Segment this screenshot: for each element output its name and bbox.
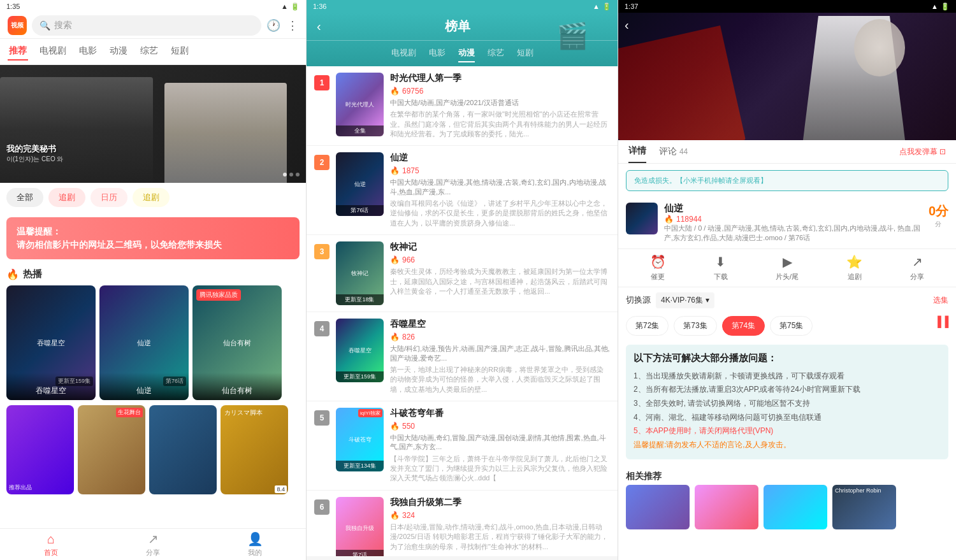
middle-nav-anime[interactable]: 动漫 (458, 45, 475, 62)
pill-calendar[interactable]: 日历 (91, 188, 127, 207)
episode-bars-icon[interactable]: ▐▐ (934, 316, 948, 336)
episode-72[interactable]: 第72集 (626, 316, 669, 336)
bottom-nav-profile[interactable]: 👤 我的 (204, 531, 306, 557)
bottom-nav-home[interactable]: ⌂ 首页 (0, 532, 102, 557)
episode-row: 第72集 第73集 第74集 第75集 ▐▐ (618, 313, 956, 338)
share-icon: ↗ (148, 531, 159, 547)
nav-tab-recommend[interactable]: 推荐 (8, 43, 28, 61)
status-bar-left: 1:35 ▲ 🔋 (0, 0, 306, 13)
rank-desc-3: 秦牧天生灵体，历经考验成为天魔教教主，被延康国封为第一位太学博士，延康国陷入国际… (390, 267, 610, 296)
middle-nav-movie[interactable]: 电影 (429, 45, 445, 62)
rank-thumb-1: 时光代理人 全集 (336, 73, 384, 136)
download-icon: ⬇ (715, 254, 726, 269)
related-row: Christopher Robin (618, 485, 956, 536)
thumb-badge-top-5: iqIYI独家 (358, 409, 382, 417)
anime-title: 仙逆 (664, 203, 922, 215)
intro-icon: ▶ (783, 254, 792, 269)
rank-number-5: 5 (314, 410, 330, 426)
flame-icon-3: 🔥 (390, 255, 400, 264)
tab-detail[interactable]: 详情 (628, 140, 646, 163)
related-card-1[interactable] (626, 485, 690, 529)
nav-tab-tv[interactable]: 电视剧 (38, 43, 68, 61)
related-card-2[interactable] (695, 485, 758, 529)
rank-heat-2: 🔥 1875 (390, 166, 610, 175)
bottom-nav-share[interactable]: ↗ 分享 (102, 531, 204, 557)
search-bar[interactable]: 🔍 搜索 (32, 15, 261, 36)
rank-info-4: 吞噬星空 🔥 826 大陆/科幻,动漫,预告片,动画,国产漫,国产,志正,战斗,… (390, 319, 610, 394)
episode-73[interactable]: 第73集 (674, 316, 716, 336)
middle-back-icon[interactable]: ‹ (317, 19, 321, 34)
notice-text: 免造成损失。【小米手机掉帧请全屏观看】 (634, 176, 767, 184)
wifi-icon: ▲ (281, 3, 288, 10)
action-intro[interactable]: ▶ 片头/尾 (776, 254, 799, 282)
hot-card-3[interactable]: 仙台有树 腾讯独家品质 仙台有树 (192, 285, 282, 400)
rank-info-3: 牧神记 🔥 966 秦牧天生灵体，历经考验成为天魔教教主，被延康国封为第一位太学… (390, 241, 610, 296)
action-download[interactable]: ⬇ 下载 (714, 254, 728, 282)
related-title: 相关推荐 (618, 466, 956, 485)
action-share[interactable]: ↗ 分享 (910, 254, 924, 282)
tip-5: 5、本APP使用时，请关闭网络代理(VPN) (634, 424, 941, 438)
history-icon[interactable]: 🕐 (266, 18, 280, 32)
time-middle: 1:36 (313, 3, 326, 10)
rank-info-1: 时光代理人第一季 🔥 69756 中国大陆/动画,国产动漫/2021/汉语普通话… (390, 73, 610, 139)
rank-title-4: 吞噬星空 (390, 319, 610, 330)
anime-tags: 中国大陆 / 0 / 动漫,国产动漫,其他,情动,古装,奇幻,玄幻,国内,内地动… (664, 224, 922, 243)
middle-nav-tv[interactable]: 电视剧 (391, 45, 416, 62)
bottom-card-4[interactable]: カリスマ脚本 8.4 (221, 405, 288, 494)
hero-banner-image: 我的完美秘书 이(1인자)는 CEO 와 (0, 65, 306, 183)
flame-icon-right: 🔥 (664, 215, 674, 224)
hero-banner[interactable]: 我的完美秘书 이(1인자)는 CEO 와 (0, 65, 306, 183)
rank-item-5[interactable]: 5 斗破苍穹 iqIYI独家 更新至134集 斗破苍穹年番 🔥 550 中国大陆… (307, 401, 618, 491)
pill-variety[interactable]: 追剧 (133, 188, 170, 207)
nav-tab-movie[interactable]: 电影 (78, 43, 98, 61)
source-selector[interactable]: 4K·VIP·76集 ▾ (656, 292, 714, 308)
video-area[interactable]: ‹ (618, 13, 956, 140)
rank-info-2: 仙逆 🔥 1875 中国大陆/动漫,国产动漫,其他,情动漫,古装,奇幻,玄幻,国… (390, 152, 610, 228)
danmu-button[interactable]: 点我发弹幕 ⊡ (899, 147, 946, 157)
rank-desc-4: 第一天，地球上出现了神秘来的RR病毒，将世界笼罩之中，受到感染的动物变异成为可怕… (390, 365, 610, 394)
rank-item-1[interactable]: 1 时光代理人 全集 时光代理人第一季 🔥 69756 中国大陆/动画,国产动漫… (307, 66, 618, 146)
middle-nav-short[interactable]: 短剧 (517, 45, 533, 62)
share-icon-right: ↗ (912, 254, 923, 269)
bottom-card-2[interactable]: 生花舞台 (78, 405, 145, 494)
right-panel: 1:37 ▲ 🔋 ‹ 详情 评论 44 点我发弹幕 ⊡ 免造 (618, 0, 956, 560)
pill-series[interactable]: 追剧 (48, 188, 85, 207)
nav-tab-variety[interactable]: 综艺 (139, 43, 159, 61)
episode-74[interactable]: 第74集 (722, 316, 765, 336)
card-label-2: 仙逆 (99, 373, 189, 400)
hot-content-grid: 吞噬星空 更新至159集 吞噬星空 仙逆 第76话 仙逆 仙台有树 腾讯独家品质… (0, 283, 306, 403)
left-panel: 1:35 ▲ 🔋 视频 🔍 搜索 🕐 ⋮ 推荐 电视剧 电影 动漫 综艺 短剧 (0, 0, 306, 560)
action-follow[interactable]: ⭐ 追剧 (846, 254, 862, 282)
nav-tab-short[interactable]: 短剧 (170, 43, 190, 61)
related-card-3[interactable] (764, 485, 827, 529)
episode-75[interactable]: 第75集 (770, 316, 813, 336)
episode-select-button[interactable]: 选集 (933, 295, 948, 306)
hot-card-1[interactable]: 吞噬星空 更新至159集 吞噬星空 (6, 285, 96, 400)
hot-card-2[interactable]: 仙逆 第76话 仙逆 (99, 285, 189, 400)
middle-nav-variety[interactable]: 综艺 (488, 45, 504, 62)
nav-tab-anime[interactable]: 动漫 (108, 43, 129, 61)
time-left: 1:35 (6, 3, 20, 10)
tab-comments[interactable]: 评论 44 (659, 141, 688, 162)
status-icons-right: ▲ 🔋 (931, 3, 950, 11)
thumb-badge-4: 更新至159集 (336, 371, 384, 382)
pill-all[interactable]: 全部 (6, 188, 43, 207)
card-badge-3: 腾讯独家品质 (196, 289, 241, 301)
rank-item-2[interactable]: 2 仙逆 第76话 仙逆 🔥 1875 中国大陆/动漫,国产动漫,其他,情动漫,… (307, 146, 618, 235)
profile-label: 我的 (248, 548, 262, 557)
bottom-card-3[interactable] (149, 405, 217, 494)
rank-item-6[interactable]: 6 我独自升级 第7话 我独自升级第二季 🔥 324 日本/起动漫,冒险,动作,… (307, 491, 618, 556)
source-value: 4K·VIP·76集 (661, 295, 703, 306)
related-card-4[interactable]: Christopher Robin (832, 485, 896, 529)
rank-list: 1 时光代理人 全集 时光代理人第一季 🔥 69756 中国大陆/动画,国产动漫… (307, 66, 618, 556)
more-icon[interactable]: ⋮ (287, 18, 298, 32)
bottom-card-1[interactable]: 推荐出品 (6, 405, 74, 494)
search-placeholder: 搜索 (54, 20, 72, 31)
rank-item-4[interactable]: 4 吞噬星空 更新至159集 吞噬星空 🔥 826 大陆/科幻,动漫,预告片,动… (307, 312, 618, 401)
rank-title-6: 我独自升级第二季 (390, 497, 610, 508)
detail-tabs: 详情 评论 44 点我发弹幕 ⊡ (618, 140, 956, 164)
rank-item-3[interactable]: 3 牧神记 更新至18集 牧神记 🔥 966 秦牧天生灵体，历经考验成为天魔教教… (307, 235, 618, 312)
back-button[interactable]: ‹ (625, 18, 629, 32)
action-urge[interactable]: ⏰ 催更 (650, 254, 666, 282)
time-right: 1:37 (625, 3, 638, 10)
